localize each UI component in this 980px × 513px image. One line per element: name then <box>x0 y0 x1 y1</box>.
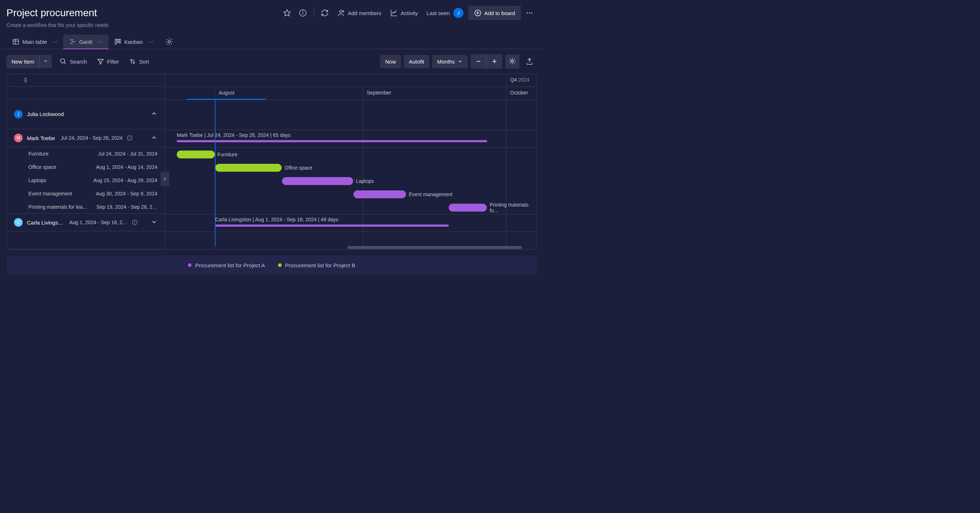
task-bar[interactable] <box>282 177 353 185</box>
page-title: Project procurement <box>6 7 97 19</box>
svg-point-11 <box>531 12 532 13</box>
task-name: Event management <box>29 191 72 196</box>
chevron-icon[interactable] <box>151 134 158 141</box>
legend-dot <box>278 263 282 267</box>
subgroup-dates: Jul 24, 2024 - Sep 26, 2024 <box>61 135 123 141</box>
gantt-row: Mark Toebe | Jul 24, 2024 - Sep 26, 2024… <box>165 130 536 148</box>
task-bar-label: Event management <box>409 191 452 197</box>
span-bar[interactable] <box>215 225 449 227</box>
tab-more-button[interactable]: ⋯ <box>148 38 153 45</box>
task-row[interactable]: Laptops Aug 15, 2024 - Aug 29, 2024 <box>7 174 164 187</box>
span-label: Carla Livingston | Aug 1, 2024 - Sep 18,… <box>215 217 339 222</box>
month-header: September <box>363 87 506 99</box>
task-dates: Aug 15, 2024 - Aug 29, 2024 <box>94 177 158 183</box>
legend: Procurement list for Project A Procureme… <box>6 255 537 275</box>
more-menu-button[interactable] <box>522 6 537 20</box>
task-bar[interactable] <box>215 164 282 172</box>
activity-button[interactable]: Activity <box>387 6 422 20</box>
chevron-left-icon <box>162 176 167 182</box>
resize-handle-icon[interactable] <box>22 77 29 83</box>
new-item-label: New Item <box>6 55 39 68</box>
today-indicator <box>215 100 216 246</box>
sort-button[interactable]: Sort <box>127 55 151 68</box>
svg-point-21 <box>168 41 170 43</box>
export-icon <box>525 57 533 65</box>
task-name: Office space <box>29 164 56 170</box>
new-item-dropdown[interactable] <box>39 55 52 68</box>
task-bar-label: Printing materials fo… <box>490 202 536 213</box>
star-icon <box>283 9 291 17</box>
activity-label: Activity <box>401 10 418 16</box>
gantt-row: Office space <box>165 161 536 174</box>
divider <box>313 8 314 18</box>
task-row[interactable]: Furniture Jul 24, 2024 - Jul 31, 2024 <box>7 147 164 160</box>
tab-more-button[interactable]: ⋯ <box>52 38 57 45</box>
new-item-button[interactable]: New Item <box>6 55 52 68</box>
person-plus-icon <box>337 9 345 17</box>
task-row[interactable]: Printing materials for lea… Sep 19, 2024… <box>7 200 164 213</box>
task-row[interactable]: Office space Aug 1, 2024 - Aug 14, 2024 <box>7 160 164 174</box>
zoom-out-button[interactable]: − <box>471 54 487 69</box>
filter-label: Filter <box>107 59 119 65</box>
tab-main-table[interactable]: Main table ⋯ <box>6 35 63 49</box>
favorite-button[interactable] <box>280 6 294 20</box>
month-header: August <box>215 87 363 99</box>
sort-label: Sort <box>139 59 149 65</box>
timescale-select[interactable]: Months <box>432 55 468 68</box>
add-members-button[interactable]: Add members <box>333 6 385 20</box>
autofit-button[interactable]: Autofit <box>404 55 429 68</box>
add-to-board-button[interactable]: Add to board <box>468 6 521 20</box>
timescale-label: Months <box>437 59 455 65</box>
subgroup-name: Carla Livings… <box>27 220 64 226</box>
chevron-up-icon[interactable] <box>151 110 158 117</box>
task-bar[interactable] <box>177 151 215 158</box>
task-row[interactable]: Event management Aug 30, 2024 - Sep 9, 2… <box>7 187 164 200</box>
info-icon[interactable] <box>127 135 132 141</box>
subgroup-name: Mark Toebe <box>27 135 55 141</box>
gear-icon <box>165 38 173 46</box>
tab-more-button[interactable]: ⋯ <box>97 38 103 45</box>
now-button[interactable]: Now <box>380 55 401 68</box>
subgroup-header[interactable]: M Mark Toebe Jul 24, 2024 - Sep 26, 2024 <box>7 129 164 147</box>
filter-icon <box>97 58 104 65</box>
gantt-icon <box>69 38 76 45</box>
subgroup-header[interactable]: C Carla Livings… Aug 1, 2024 - Sep 18, 2… <box>7 214 164 231</box>
span-bar[interactable] <box>177 140 487 142</box>
tab-kanban[interactable]: Kanban ⋯ <box>108 35 159 49</box>
add-view-button[interactable] <box>162 35 177 49</box>
info-button[interactable] <box>296 6 310 20</box>
sort-icon <box>129 58 136 65</box>
scrollbar-thumb[interactable] <box>347 246 522 249</box>
gantt-settings-button[interactable] <box>505 54 519 69</box>
task-name: Furniture <box>29 151 48 157</box>
gantt-row <box>165 100 536 130</box>
legend-item: Procurement list for Project B <box>278 262 355 268</box>
svg-point-30 <box>134 221 135 221</box>
gantt-row: Carla Livingston | Aug 1, 2024 - Sep 18,… <box>165 215 536 232</box>
horizontal-scrollbar[interactable] <box>323 246 536 249</box>
gantt-row: Event management <box>165 188 536 201</box>
task-bar[interactable] <box>353 190 406 198</box>
search-button[interactable]: Search <box>57 55 89 68</box>
info-icon[interactable] <box>132 220 138 225</box>
info-icon <box>299 9 307 17</box>
task-dates: Aug 1, 2024 - Aug 14, 2024 <box>96 164 158 170</box>
svg-point-10 <box>529 12 530 13</box>
gear-icon <box>509 57 516 65</box>
search-label: Search <box>70 59 87 65</box>
tab-gantt[interactable]: Gantt ⋯ <box>63 35 108 49</box>
zoom-in-button[interactable]: + <box>487 54 502 69</box>
sync-button[interactable] <box>318 6 332 20</box>
collapse-sidebar-button[interactable] <box>161 172 169 186</box>
svg-point-22 <box>61 59 65 63</box>
tab-label: Kanban <box>124 39 143 45</box>
legend-dot <box>188 263 191 267</box>
chevron-icon[interactable] <box>151 219 158 225</box>
filter-button[interactable]: Filter <box>95 55 121 68</box>
svg-point-9 <box>527 12 528 13</box>
group-header[interactable]: J Julia Lockwood <box>7 99 164 129</box>
task-bar[interactable] <box>449 204 487 212</box>
last-seen-button[interactable]: Last seen J <box>423 5 467 21</box>
export-button[interactable] <box>522 54 537 69</box>
group-name: Julia Lockwood <box>27 111 64 117</box>
